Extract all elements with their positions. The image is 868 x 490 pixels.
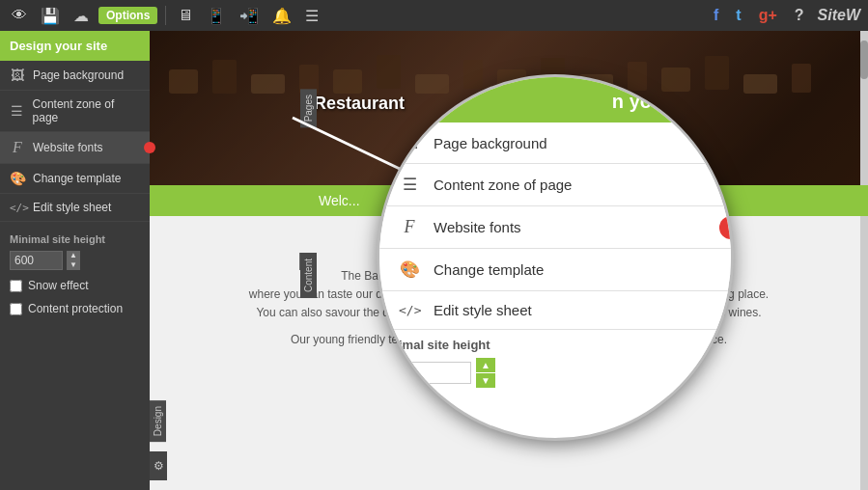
page-bg-icon: 🖼 [10, 68, 25, 83]
content-tab[interactable]: Content [300, 253, 317, 298]
pages-tab[interactable]: Pages [300, 89, 317, 127]
active-indicator-dot [144, 142, 155, 153]
content-protection-checkbox[interactable] [10, 303, 22, 315]
edit-style-icon: </> [10, 202, 25, 214]
sidebar-item-page-background[interactable]: 🖼 Page background [0, 61, 150, 91]
sidebar-item-label-website-fonts: Website fonts [33, 141, 102, 154]
sidebar-item-website-fonts[interactable]: F Website fonts [0, 132, 150, 164]
save-icon[interactable]: 💾 [37, 5, 64, 27]
notification-icon[interactable]: 🔔 [268, 5, 295, 27]
sitew-logo: SiteW [818, 7, 860, 24]
minimal-height-spinners: ▲ ▼ [67, 251, 80, 270]
menu-icon[interactable]: ☰ [301, 5, 322, 27]
content-zone-icon: ☰ [10, 103, 25, 119]
content-protection-checkbox-row[interactable]: Content protection [0, 297, 150, 320]
eye-icon[interactable]: 👁 [8, 5, 31, 26]
separator-1 [165, 6, 166, 25]
left-sidebar: Design your site 🖼 Page background ☰ Con… [0, 31, 150, 490]
magnified-height-down-button[interactable]: ▼ [476, 373, 495, 388]
magnified-item-website-fonts[interactable]: F Website fonts [379, 206, 731, 249]
magnified-circle: n your site 🖼 Page background ☰ Content … [377, 74, 734, 441]
sidebar-item-label-change-template: Change template [33, 172, 121, 185]
monitor-icon[interactable]: 🖥 [174, 5, 197, 26]
website-fonts-icon: F [10, 139, 25, 156]
height-decrement-button[interactable]: ▼ [67, 260, 80, 270]
help-icon[interactable]: ? [791, 5, 808, 26]
magnified-edit-style-icon: </> [399, 303, 420, 317]
minimal-height-input[interactable] [10, 251, 63, 270]
sidebar-item-label-edit-style-sheet: Edit style sheet [33, 201, 111, 214]
magnified-item-edit-style-sheet[interactable]: </> Edit style sheet [379, 291, 731, 330]
facebook-icon[interactable]: f [710, 5, 722, 26]
magnified-label-website-fonts: Website fonts [434, 219, 521, 235]
sidebar-item-label-page-background: Page background [33, 68, 124, 82]
height-increment-button[interactable]: ▲ [67, 251, 80, 260]
magnified-content-zone-icon: ☰ [399, 175, 420, 195]
magnified-label-content-zone: Content zone of page [434, 177, 572, 193]
magnified-min-height-row: ▲ ▼ [379, 355, 731, 395]
magnified-height-up-button[interactable]: ▲ [476, 358, 495, 372]
sidebar-item-content-zone[interactable]: ☰ Content zone of page [0, 91, 150, 132]
snow-effect-label: Snow effect [28, 279, 88, 292]
magnified-item-page-background[interactable]: 🖼 Page background [379, 122, 731, 164]
design-tab[interactable]: Design [150, 400, 166, 442]
minimal-height-row: ▲ ▼ [0, 247, 150, 274]
toolbar-right: f t g+ ? SiteW [710, 5, 860, 26]
magnified-spinners: ▲ ▼ [476, 358, 495, 388]
magnified-label-change-template: Change template [434, 261, 544, 278]
magnified-website-fonts-icon: F [399, 217, 420, 237]
twitter-icon[interactable]: t [732, 5, 744, 26]
sidebar-item-edit-style-sheet[interactable]: </> Edit style sheet [0, 194, 150, 222]
cloud-icon[interactable]: ☁ [70, 5, 93, 27]
content-area: Restaurant Welc... Welcome to the The Ba… [150, 31, 868, 490]
main-layout: Design your site 🖼 Page background ☰ Con… [0, 31, 868, 490]
magnified-item-content-zone[interactable]: ☰ Content zone of page [379, 164, 731, 206]
snow-effect-checkbox-row[interactable]: Snow effect [0, 274, 150, 297]
magnified-label-page-background: Page background [434, 135, 547, 151]
scrollbar[interactable] [860, 31, 868, 490]
magnified-change-template-icon: 🎨 [399, 259, 420, 280]
change-template-icon: 🎨 [10, 171, 25, 186]
toolbar: 👁 💾 ☁ Options 🖥 📱 📲 🔔 ☰ f t g+ ? SiteW [0, 0, 868, 31]
sidebar-title: Design your site [0, 31, 150, 61]
magnified-item-change-template[interactable]: 🎨 Change template [379, 249, 731, 291]
mobile-icon[interactable]: 📲 [236, 5, 263, 27]
googleplus-icon[interactable]: g+ [755, 5, 781, 26]
scroll-thumb[interactable] [860, 41, 868, 79]
snow-effect-checkbox[interactable] [10, 280, 22, 292]
magnified-min-height-label: imal site height [379, 330, 731, 355]
sidebar-item-change-template[interactable]: 🎨 Change template [0, 164, 150, 194]
magnified-label-edit-style-sheet: Edit style sheet [434, 302, 532, 318]
settings-icon[interactable]: ⚙ [150, 451, 167, 480]
sidebar-item-label-content-zone: Content zone of page [33, 97, 140, 124]
minimal-height-section-label: Minimal site height [0, 228, 150, 247]
restaurant-title: Restaurant [314, 94, 405, 114]
tablet-icon[interactable]: 📱 [203, 5, 230, 27]
content-protection-label: Content protection [28, 302, 123, 315]
options-button[interactable]: Options [98, 7, 157, 24]
